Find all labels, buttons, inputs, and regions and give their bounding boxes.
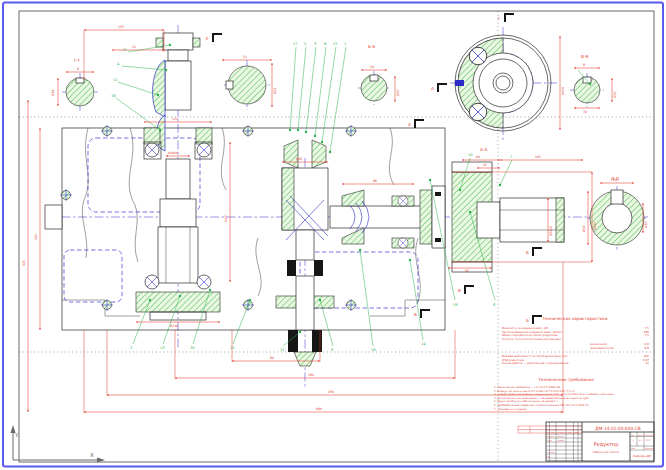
tech-req-title: Технические требования: [537, 377, 594, 382]
tb-scale-value: 1:1: [646, 439, 651, 442]
tb-sheet-label: Лист: [631, 447, 636, 450]
balloon-22: 22: [333, 42, 338, 46]
dim-d55k6: Ø55k6: [549, 226, 553, 236]
balloon-2: 2: [130, 346, 132, 350]
mark-letter-g: Г: [498, 16, 501, 21]
tb-head-list: Лист: [551, 431, 556, 434]
balloon-17: 17: [293, 42, 298, 46]
x-axis-label: X: [90, 452, 94, 458]
dim-280: 280: [308, 373, 314, 377]
tech-req-line: 1. Технические требования — по ГОСТ Р 50…: [494, 386, 561, 389]
section-view-aa: А-А: [452, 147, 564, 272]
title-block: Разраб. Иванов Пров. Петров Н.контр. Утв…: [518, 422, 654, 461]
tb-role-utv: Утв.: [547, 455, 551, 457]
tech-req-line: 4. Пятно контакта в зацеплении — не мене…: [494, 397, 590, 400]
tb-name-1: Иванов: [557, 435, 564, 438]
horizontal-shaft-assembly: [330, 186, 445, 248]
section-view-vv-circle: В-В: [574, 54, 600, 103]
tb-sheets-value: 1: [652, 447, 653, 449]
spec-row-value: 8-В: [644, 346, 649, 350]
dim-456: 456: [328, 390, 334, 394]
drawing-sheet: Y X: [0, 0, 666, 470]
tb-doc-number: ДМ 14.02.00.000 СБ: [595, 426, 640, 431]
balloon-7: 7: [510, 155, 512, 159]
tb-part-name: Редуктор: [594, 441, 619, 448]
dim-155: 155: [118, 25, 124, 29]
balloon-8: 8: [493, 303, 496, 307]
dim-d54: Ø54: [582, 226, 586, 232]
bevel-gear-shaft-assembly: [276, 140, 334, 366]
dim-d52: Ø52: [273, 88, 277, 94]
dim-d140: Ø140: [170, 324, 178, 328]
dim-d30b: Ø30: [644, 222, 648, 228]
dim-690: 690: [316, 407, 322, 411]
cad-drawing-canvas[interactable]: Y X: [0, 0, 666, 470]
balloon-14: 14: [421, 342, 426, 346]
mark-letter-v2: В: [458, 288, 461, 293]
dim-30: 30: [583, 110, 587, 114]
balloon-5: 5: [304, 42, 306, 46]
balloon-19: 19: [453, 303, 458, 307]
dim-86: 86: [373, 179, 377, 183]
dim-115: 115: [172, 117, 178, 121]
tb-mass-label: Масса: [638, 434, 644, 437]
section-label-aa: А-А: [480, 147, 487, 152]
mark-letter-b2: Б: [526, 318, 529, 323]
dim-8b: 8: [583, 63, 585, 67]
balloon-15: 15: [230, 346, 235, 350]
tech-req-line: 2. В редуктор залить масло И-Г-А-68 ГОСТ…: [494, 390, 575, 393]
balloon-18: 18: [371, 348, 376, 352]
balloon-21: 21: [280, 348, 285, 352]
tb-org: Кафедра ДМ: [633, 455, 650, 458]
spec-row-value: 7,1: [645, 333, 650, 337]
mark-letter-v1: В: [414, 312, 417, 317]
dim-d28: Ø28: [51, 90, 55, 96]
tb-doc-type: Сборочный чертеж: [593, 450, 620, 454]
dim-105: 105: [535, 155, 541, 159]
dim-d40k6: Ø40k6: [168, 151, 178, 155]
tb-role-prov: Пров.: [547, 439, 553, 442]
dim-52a: 52: [132, 45, 136, 49]
tech-spec-title: Техническая характеристика: [541, 316, 608, 321]
section-label-bb: Б-Б: [368, 44, 375, 49]
balloon-6: 6: [324, 42, 327, 46]
balloon-16: 16: [111, 94, 116, 98]
tb-lit-label: Лит.: [631, 434, 636, 436]
balloon-4: 4: [117, 62, 120, 66]
spec-row-mid: цилиндрической: [590, 346, 614, 350]
tech-req-line: 3. Осевой зазор в конических подшипниках…: [494, 393, 615, 396]
tb-name-2: Петров: [557, 439, 564, 442]
dim-10: 10: [370, 65, 374, 69]
dim-14: 14: [613, 178, 617, 182]
dim-d35: Ø35: [613, 92, 617, 98]
dim-60: 60: [476, 155, 480, 159]
mark-letter-a2: А: [408, 122, 411, 127]
tb-lit-value: У: [633, 439, 635, 441]
spec-row-label: Режим работы — длительный, нереверсивный: [502, 361, 569, 365]
tb-scale-label: Масштаб: [645, 434, 654, 437]
tb-role-ncontr: Н.контр.: [547, 451, 555, 454]
balloon-3: 3: [314, 42, 316, 46]
tb-head-podp: Подп.: [567, 431, 573, 434]
balloon-1: 1: [344, 42, 346, 46]
mark-letter-e: Е: [206, 36, 209, 41]
dim-80: 80: [270, 356, 274, 360]
balloon-13: 13: [160, 346, 165, 350]
tb-mass-value: 85: [639, 439, 641, 442]
balloon-9: 9: [331, 348, 334, 352]
gear-top-view-circle: [226, 66, 266, 104]
section-view-gg-circle: Г-Г: [66, 58, 94, 106]
mark-letter-b1: Б: [526, 250, 529, 255]
technical-characteristics: Техническая характеристика Мощность на в…: [502, 316, 649, 365]
tb-head-date: Дата: [575, 431, 580, 434]
section-label-gg: Г-Г: [74, 58, 81, 63]
tb-sheets-label: Листов: [645, 447, 652, 450]
dim-320: 320: [34, 234, 38, 240]
mark-letter-a1: А: [431, 86, 434, 91]
spec-row-label: Степень точности изготовления передач:: [502, 337, 562, 341]
section-label-vv: В-В: [581, 54, 588, 59]
tb-role-razrab: Разраб.: [547, 435, 554, 438]
y-axis-label: Y: [14, 432, 19, 438]
balloon-20: 20: [190, 346, 195, 350]
dim-d125: Ø125: [593, 222, 597, 230]
